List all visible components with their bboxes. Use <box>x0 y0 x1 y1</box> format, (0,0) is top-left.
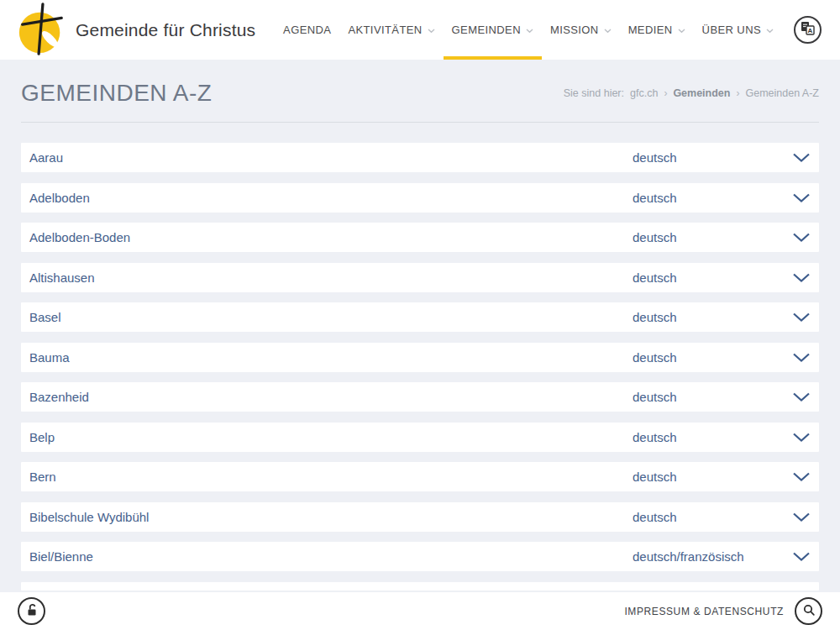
chevron-down-icon <box>793 353 810 362</box>
gemeinde-language: deutsch <box>633 150 677 165</box>
chevron-down-icon <box>793 552 810 561</box>
chevron-down-icon <box>793 153 810 162</box>
nav-item-label: ÜBER UNS <box>702 24 761 36</box>
list-item[interactable]: Bern deutsch <box>21 462 819 491</box>
gemeinde-language: deutsch <box>633 470 677 484</box>
nav-item-label: AGENDA <box>283 24 331 36</box>
chevron-down-icon <box>766 29 774 34</box>
chevron-down-icon <box>793 312 810 322</box>
nav-item-label: MEDIEN <box>628 24 673 36</box>
nav-item-label: GEMEINDEN <box>452 24 521 36</box>
nav-item-aktivitaeten[interactable]: AKTIVITÄTEN <box>339 0 443 60</box>
gemeinde-language: deutsch <box>633 510 677 524</box>
svg-text:A: A <box>808 27 813 34</box>
list-item[interactable]: Bibelschule Wydibühl deutsch <box>21 502 819 532</box>
gemeinde-language: deutsch/französisch <box>633 549 744 564</box>
nav-item-label: MISSION <box>550 24 599 36</box>
open-lock-icon <box>25 603 39 620</box>
chevron-down-icon <box>793 193 810 202</box>
brand-logo-icon <box>15 2 67 59</box>
nav-item-label: AKTIVITÄTEN <box>348 24 422 36</box>
search-icon <box>802 603 816 620</box>
gemeinde-language: deutsch <box>633 230 677 244</box>
nav-item-ueber-uns[interactable]: ÜBER UNS <box>694 0 782 60</box>
chevron-down-icon <box>526 29 533 34</box>
chevron-down-icon <box>793 273 810 282</box>
nav-item-medien[interactable]: MEDIEN <box>620 0 694 60</box>
gemeinde-name: Bazenheid <box>29 390 89 404</box>
chevron-down-icon <box>604 29 612 34</box>
impressum-link[interactable]: IMPRESSUM & DATENSCHUTZ <box>624 606 784 617</box>
list-item[interactable]: Belp deutsch <box>21 423 819 452</box>
nav-item-mission[interactable]: MISSION <box>542 0 620 60</box>
login-lock-button[interactable] <box>18 597 45 625</box>
list-item[interactable]: Biel/Bienne deutsch/französisch <box>21 542 819 571</box>
gemeinde-name: Altishausen <box>29 270 95 285</box>
chevron-down-icon <box>428 29 435 34</box>
chevron-down-icon <box>793 433 810 442</box>
divider <box>21 122 819 123</box>
chevron-down-icon <box>793 233 810 242</box>
brand-logo-link[interactable]: Gemeinde für Christus <box>15 2 255 59</box>
chevron-down-icon <box>793 472 810 481</box>
chevron-down-icon <box>793 392 810 402</box>
gemeinde-name: Adelboden-Boden <box>29 230 130 244</box>
breadcrumb-link-home[interactable]: gfc.ch <box>630 87 658 99</box>
gemeinde-language: deutsch <box>633 430 677 444</box>
breadcrumb-prefix: Sie sind hier: <box>564 87 624 99</box>
header: Gemeinde für Christus AGENDA AKTIVITÄTEN… <box>0 0 840 60</box>
page-title: GEMEINDEN A-Z <box>21 80 212 107</box>
nav-item-agenda[interactable]: AGENDA <box>275 0 339 60</box>
gemeinde-name: Biel/Bienne <box>29 549 93 564</box>
list-item[interactable]: Bazenheid deutsch <box>21 382 819 412</box>
breadcrumb-separator: › <box>664 87 667 99</box>
list-item[interactable]: Adelboden-Boden deutsch <box>21 223 819 252</box>
translate-icon: A <box>801 21 815 39</box>
gemeinde-language: deutsch <box>633 191 677 205</box>
gemeinden-list: Aarau deutsch Adelboden deutsch Adelbode… <box>21 143 819 591</box>
breadcrumb-current: Gemeinden A-Z <box>745 87 819 99</box>
breadcrumb: Sie sind hier: gfc.ch › Gemeinden › Geme… <box>564 87 819 99</box>
gemeinde-language: deutsch <box>633 310 677 324</box>
gemeinde-name: Bern <box>29 470 56 484</box>
chevron-down-icon <box>793 512 810 522</box>
search-button[interactable] <box>795 597 822 625</box>
gemeinde-name: Belp <box>29 430 55 444</box>
gemeinde-language: deutsch <box>633 270 677 285</box>
nav-item-gemeinden[interactable]: GEMEINDEN <box>444 0 542 60</box>
footer: IMPRESSUM & DATENSCHUTZ <box>0 592 840 630</box>
main-nav: AGENDA AKTIVITÄTEN GEMEINDEN MISSION MED… <box>275 0 822 60</box>
list-item[interactable]: Basel deutsch <box>21 302 819 332</box>
gemeinde-name: Bibelschule Wydibühl <box>29 510 149 524</box>
gemeinde-name: Aarau <box>29 150 63 165</box>
language-button[interactable]: A <box>794 16 822 44</box>
breadcrumb-separator: › <box>736 87 739 99</box>
gemeinde-language: deutsch <box>633 390 677 404</box>
list-item[interactable]: Bauma deutsch <box>21 343 819 372</box>
breadcrumb-link-gemeinden[interactable]: Gemeinden <box>673 87 730 99</box>
brand-title: Gemeinde für Christus <box>76 20 255 40</box>
gemeinde-language: deutsch <box>633 350 677 365</box>
list-item[interactable]: Aarau deutsch <box>21 143 819 172</box>
list-item-partial[interactable] <box>21 582 819 591</box>
gemeinde-name: Adelboden <box>29 191 90 205</box>
chevron-down-icon <box>678 29 685 34</box>
list-item[interactable]: Altishausen deutsch <box>21 263 819 292</box>
gemeinde-name: Bauma <box>29 350 70 365</box>
list-item[interactable]: Adelboden deutsch <box>21 183 819 213</box>
gemeinde-name: Basel <box>29 310 61 324</box>
main-content: GEMEINDEN A-Z Sie sind hier: gfc.ch › Ge… <box>0 80 840 591</box>
